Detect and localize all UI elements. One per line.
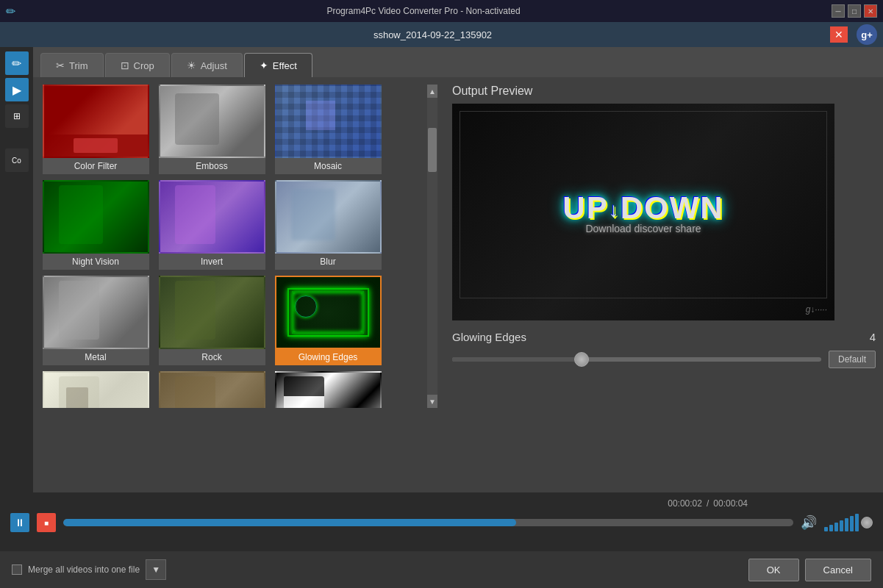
filter-night-vision[interactable]: Night Vision — [40, 180, 151, 270]
filter-label-glowing-edges: Glowing Edges — [275, 349, 382, 365]
trim-icon: ✂ — [56, 60, 65, 71]
filter-thumb-rock — [159, 276, 265, 349]
google-plus-button[interactable]: g+ — [857, 24, 877, 45]
filter-old-film[interactable]: Old Film — [157, 371, 267, 408]
vol-bar-5 — [845, 518, 848, 531]
tab-effect-label: Effect — [273, 60, 297, 71]
sidebar-icon-3[interactable]: ⊞ — [5, 104, 29, 128]
scroll-down-arrow[interactable]: ▼ — [427, 395, 437, 408]
filter-rock[interactable]: Rock — [157, 276, 267, 365]
title-bar: ✏ Program4Pc Video Converter Pro - Non-a… — [0, 0, 883, 22]
stop-button[interactable]: ■ — [37, 513, 56, 532]
action-buttons: OK Cancel — [748, 559, 871, 581]
filter-label-blur: Blur — [275, 254, 382, 270]
volume-knob[interactable] — [861, 517, 873, 528]
effect-control-name: Glowing Edges — [452, 331, 548, 343]
vol-bar-1 — [824, 527, 828, 531]
preview-title: Output Preview — [452, 85, 876, 98]
filter-thumb-color-filter — [43, 85, 149, 158]
filter-sketch[interactable]: Sketch — [40, 371, 151, 408]
filter-metal[interactable]: Metal — [40, 276, 151, 365]
filter-thumb-sketch — [43, 371, 149, 408]
filter-thumb-invert — [159, 180, 265, 254]
filter-thumb-emboss — [159, 85, 265, 158]
window-controls: ─ □ ✕ — [832, 4, 877, 18]
tabs-row: ✂ Trim ⊡ Crop ☀ Adjust ✦ Effect — [33, 47, 883, 77]
center-panel: ✂ Trim ⊡ Crop ☀ Adjust ✦ Effect — [33, 47, 883, 492]
app-icon: ✏ — [6, 4, 15, 18]
vol-bar-4 — [840, 520, 843, 531]
effect-icon: ✦ — [260, 60, 268, 71]
tab-trim[interactable]: ✂ Trim — [40, 53, 104, 77]
effect-slider-container[interactable] — [452, 352, 821, 367]
filter-thumb-posterize — [275, 371, 382, 408]
time-separator: / — [707, 498, 709, 509]
filter-posterize[interactable]: Posterize — [273, 371, 383, 408]
filter-thumb-glowing-edges — [275, 276, 382, 349]
filter-glowing-edges[interactable]: Glowing Edges — [273, 276, 383, 365]
merge-checkbox[interactable] — [12, 564, 22, 575]
effects-area: Color Filter Emboss — [33, 77, 883, 492]
scroll-track — [427, 98, 437, 395]
sidebar-icon-1[interactable]: ✏ — [5, 51, 29, 75]
tab-crop[interactable]: ⊡ Crop — [105, 53, 170, 77]
tab-adjust[interactable]: ☀ Adjust — [171, 53, 243, 77]
volume-icon[interactable]: 🔊 — [801, 514, 817, 531]
cancel-button[interactable]: Cancel — [805, 559, 871, 581]
default-button[interactable]: Default — [829, 351, 876, 368]
preview-video: UP↓DOWN Download discover share g↓····· — [452, 104, 834, 320]
tab-adjust-label: Adjust — [201, 60, 227, 71]
filter-invert[interactable]: Invert — [157, 180, 267, 270]
scroll-up-arrow[interactable]: ▲ — [427, 85, 437, 98]
effect-controls: Glowing Edges 4 Default — [452, 331, 876, 376]
filter-blur[interactable]: Blur — [273, 180, 383, 270]
vol-bar-3 — [834, 523, 838, 531]
filter-label-invert: Invert — [159, 254, 265, 270]
effect-slider-fill — [452, 357, 582, 362]
adjust-icon: ☀ — [187, 60, 196, 71]
maximize-button[interactable]: □ — [848, 4, 861, 18]
merge-label: Merge all videos into one file — [28, 564, 140, 575]
action-bar: Merge all videos into one file ▼ OK Canc… — [0, 551, 883, 588]
filter-label-rock: Rock — [159, 349, 265, 365]
scroll-thumb[interactable] — [428, 128, 437, 172]
sidebar-icon-4[interactable]: Co — [5, 148, 29, 172]
effect-slider-track — [452, 357, 821, 362]
tab-trim-label: Trim — [69, 60, 88, 71]
sidebar-icon-2[interactable]: ▶ — [5, 78, 29, 101]
filter-emboss[interactable]: Emboss — [157, 85, 267, 174]
filter-label-night-vision: Night Vision — [43, 254, 149, 270]
preview-watermark: g↓····· — [806, 304, 827, 315]
vol-bar-2 — [829, 525, 833, 531]
filter-thumb-mosaic — [275, 85, 382, 158]
filter-label-color-filter: Color Filter — [43, 158, 149, 174]
ok-button[interactable]: OK — [748, 559, 799, 581]
close-window-button[interactable]: ✕ — [864, 4, 877, 18]
preview-inner-border — [460, 111, 827, 298]
filter-thumb-old-film — [159, 371, 265, 408]
filter-thumb-metal — [43, 276, 149, 349]
filter-mosaic[interactable]: Mosaic — [273, 85, 383, 174]
filter-thumb-blur — [275, 180, 382, 254]
effect-row: Glowing Edges 4 — [452, 331, 876, 343]
tab-effect[interactable]: ✦ Effect — [244, 53, 312, 77]
tab-crop-label: Crop — [134, 60, 154, 71]
crop-icon: ⊡ — [121, 60, 129, 71]
minimize-button[interactable]: ─ — [832, 4, 845, 18]
effect-slider-thumb[interactable] — [574, 352, 589, 367]
pause-button[interactable]: ⏸ — [10, 513, 29, 532]
left-sidebar: ✏ ▶ ⊞ Co — [0, 47, 33, 492]
vol-bar-6 — [850, 516, 854, 531]
sub-close-button[interactable]: ✕ — [830, 26, 848, 43]
filter-color-filter[interactable]: Color Filter — [40, 85, 151, 174]
filter-label-metal: Metal — [43, 349, 149, 365]
action-left: Merge all videos into one file ▼ — [12, 559, 166, 580]
filter-grid: Color Filter Emboss — [40, 85, 386, 408]
filter-panel: Color Filter Emboss — [40, 85, 437, 485]
nav-down-arrow[interactable]: ▼ — [146, 559, 166, 580]
progress-fill — [63, 519, 516, 526]
volume-bar-area — [824, 514, 873, 531]
preview-panel: Output Preview UP↓DOWN Download discover… — [437, 85, 876, 485]
progress-track[interactable] — [63, 519, 793, 526]
sub-window-title: sshow_2014-09-22_135902 — [35, 29, 830, 40]
